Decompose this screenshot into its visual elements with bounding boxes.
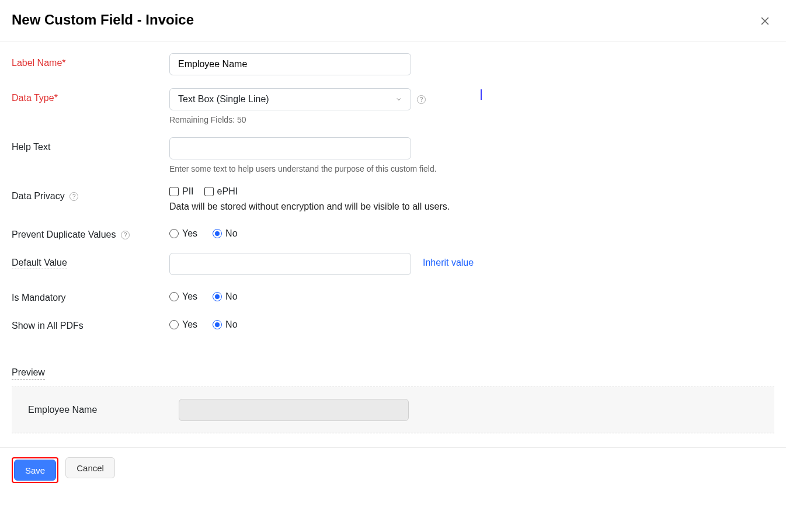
preview-section-label: Preview — [12, 367, 45, 380]
chevron-down-icon — [395, 96, 402, 103]
preview-field-label: Employee Name — [28, 405, 179, 415]
radio-icon — [213, 292, 222, 301]
dialog-title: New Custom Field - Invoice — [12, 12, 194, 28]
text-caret — [481, 89, 482, 100]
data-privacy-label: Data Privacy ? — [12, 186, 169, 201]
mandatory-no-radio[interactable]: No — [213, 291, 237, 302]
dialog-header: New Custom Field - Invoice — [0, 0, 786, 41]
cancel-button[interactable]: Cancel — [65, 457, 115, 478]
radio-icon — [213, 229, 222, 238]
preview-field-input — [179, 399, 409, 421]
data-type-select[interactable]: Text Box (Single Line) — [169, 88, 411, 110]
preview-box: Employee Name — [12, 387, 774, 433]
show-pdfs-no-radio[interactable]: No — [213, 319, 237, 330]
pii-checkbox[interactable]: PII — [169, 186, 194, 197]
help-text-label: Help Text — [12, 137, 169, 152]
data-type-value: Text Box (Single Line) — [178, 94, 269, 105]
save-button[interactable]: Save — [14, 460, 56, 481]
show-pdfs-yes-radio[interactable]: Yes — [169, 319, 197, 330]
data-privacy-help-icon[interactable]: ? — [69, 192, 78, 201]
dialog-footer: Save Cancel — [0, 447, 786, 495]
checkbox-icon — [204, 187, 214, 196]
prevent-dup-help-icon[interactable]: ? — [121, 231, 130, 239]
default-value-label: Default Value — [12, 253, 169, 268]
mandatory-yes-radio[interactable]: Yes — [169, 291, 197, 302]
radio-icon — [169, 292, 179, 301]
data-type-label: Data Type* — [12, 88, 169, 103]
help-text-hint: Enter some text to help users understand… — [169, 164, 461, 173]
label-name-label: Label Name* — [12, 53, 169, 68]
is-mandatory-label: Is Mandatory — [12, 288, 169, 303]
prevent-dup-no-radio[interactable]: No — [213, 228, 237, 239]
close-icon — [759, 15, 771, 27]
data-privacy-note: Data will be stored without encryption a… — [169, 201, 774, 212]
close-button[interactable] — [756, 12, 774, 30]
show-pdfs-label: Show in All PDFs — [12, 316, 169, 331]
radio-icon — [169, 229, 179, 238]
label-name-input[interactable] — [169, 53, 411, 75]
remaining-fields-text: Remaining Fields: 50 — [169, 115, 461, 124]
radio-icon — [169, 320, 179, 329]
inherit-value-link[interactable]: Inherit value — [423, 253, 474, 268]
help-text-input[interactable] — [169, 137, 411, 159]
radio-icon — [213, 320, 222, 329]
save-button-highlight: Save — [12, 457, 58, 483]
checkbox-icon — [169, 187, 179, 196]
ephi-checkbox[interactable]: ePHI — [204, 186, 238, 197]
default-value-input[interactable] — [169, 253, 411, 275]
prevent-dup-label: Prevent Duplicate Values ? — [12, 225, 169, 240]
prevent-dup-yes-radio[interactable]: Yes — [169, 228, 197, 239]
data-type-help-icon[interactable]: ? — [417, 95, 426, 104]
